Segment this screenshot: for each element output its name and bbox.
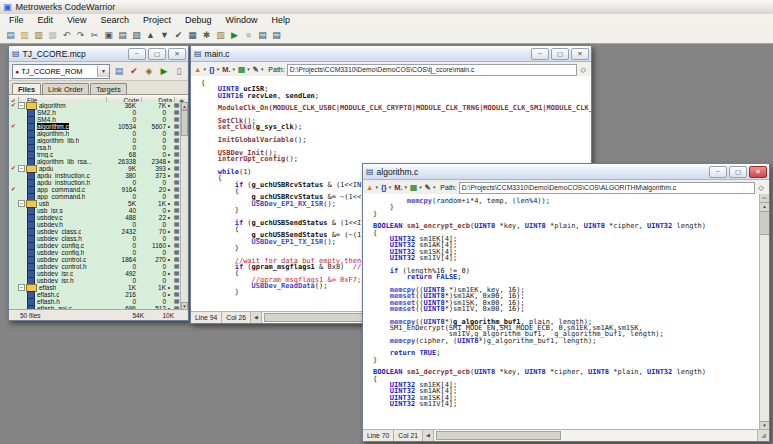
dropdown-chevron-icon[interactable]: ▼ (246, 67, 250, 72)
delete-icon[interactable]: ▧ (131, 29, 142, 41)
dropdown-chevron-icon[interactable]: ▼ (404, 185, 408, 190)
code-size: 10534 (104, 123, 136, 130)
menu-file[interactable]: File (2, 14, 31, 27)
tab-link-order[interactable]: Link Order (42, 83, 89, 94)
redo-icon[interactable]: ↷ (75, 29, 86, 41)
scroll-thumb[interactable] (760, 212, 769, 235)
disassemble-icon[interactable]: ▼ (159, 29, 170, 41)
project-toolbar-icons: ▤✔◈▶▯ (113, 66, 185, 76)
project-settings-icon[interactable]: ✱ (201, 29, 212, 41)
functions-icon[interactable]: M. (222, 65, 230, 75)
project-window-icon[interactable]: ▤ (257, 29, 268, 41)
functions-icon[interactable]: M. (394, 183, 402, 193)
make-icon[interactable]: ▦ (187, 29, 198, 41)
path-field[interactable]: D:\Projects\CCM3310\Demo\DemoCOS\COS\ALG… (459, 182, 755, 194)
hscroll-thumb[interactable] (436, 431, 561, 440)
app-icon: ▣ (3, 3, 12, 12)
algorithm-code-area[interactable]: memcpy(random+i*4, temp, (len%4)); }} BO… (363, 194, 760, 430)
tab-files[interactable]: Files (12, 83, 41, 94)
make-icon[interactable]: ◈ (143, 66, 155, 76)
document-icon[interactable]: ▤ (238, 65, 245, 75)
project-vscrollbar[interactable]: ▲ ▼ (180, 102, 188, 310)
run-icon[interactable]: ▶ (158, 66, 170, 76)
menu-help[interactable]: Help (264, 14, 297, 27)
open-recent-icon[interactable]: ▥ (33, 29, 44, 41)
data-size: 2348 (136, 158, 166, 165)
close-button[interactable]: ✕ (168, 48, 186, 60)
resize-grip-icon[interactable]: ◢ (757, 430, 769, 441)
writable-icon[interactable]: ✎ (425, 183, 431, 193)
compile-icon[interactable]: ▲ (145, 29, 156, 41)
dropdown-chevron-icon[interactable]: ▼ (260, 67, 264, 72)
tab-targets[interactable]: Targets (90, 83, 127, 94)
toolbar-group: {}▼ (381, 183, 392, 193)
quick-compile-icon[interactable]: ▲ (194, 65, 201, 75)
main-titlebar[interactable]: ▤ main.c − ▢ ✕ (191, 46, 591, 62)
main-doc-icon: ▤ (194, 50, 202, 58)
menu-view[interactable]: View (60, 14, 93, 27)
close-button[interactable]: ✕ (749, 166, 767, 178)
project-tabs: FilesLink OrderTargets (9, 81, 188, 95)
combo-dropdown-icon[interactable]: ▼ (97, 66, 109, 77)
new-file-icon[interactable]: ▤ (5, 29, 16, 41)
dropdown-chevron-icon[interactable]: ▼ (216, 67, 220, 72)
code-size: 1864 (104, 256, 136, 263)
path-field[interactable]: D:\Projects\CCM3310\Demo\DemoCOS\COS\tj_… (287, 64, 577, 76)
minimize-button[interactable]: − (709, 166, 727, 178)
maximize-button[interactable]: ▢ (551, 48, 569, 60)
scroll-up-icon[interactable]: ▲ (760, 203, 769, 212)
minimize-button[interactable]: − (128, 48, 146, 60)
algorithm-vscrollbar[interactable]: ▭ ▲ ▼ (759, 194, 769, 430)
code-size: 1K (104, 284, 136, 291)
maximize-button[interactable]: ▢ (148, 48, 166, 60)
writable-icon[interactable]: ✎ (253, 65, 259, 75)
dropdown-chevron-icon[interactable]: ▼ (232, 67, 236, 72)
data-size: 7K (136, 102, 166, 109)
toolbar-group: M.▼ (222, 65, 236, 75)
paste-icon[interactable]: ▤ (117, 29, 128, 41)
split-pane-icon[interactable]: ▭ (760, 194, 769, 203)
code-size: 380 (104, 172, 136, 179)
dropdown-chevron-icon[interactable]: ▼ (388, 185, 392, 190)
toolbar-group: ▲▼ (194, 65, 207, 75)
bring-up-to-date-icon[interactable]: ✔ (128, 66, 140, 76)
scroll-thumb[interactable] (181, 110, 188, 136)
dropdown-chevron-icon[interactable]: ▼ (374, 185, 378, 190)
copy-icon[interactable]: ▣ (103, 29, 114, 41)
open-file-icon[interactable]: ▥ (19, 29, 30, 41)
new-group-icon[interactable]: ▥ (215, 29, 226, 41)
document-icon[interactable]: ▤ (410, 183, 417, 193)
scroll-up-icon[interactable]: ▲ (181, 102, 188, 110)
cut-icon[interactable]: ✂ (89, 29, 100, 41)
close-button[interactable]: ✕ (571, 48, 589, 60)
menu-debug[interactable]: Debug (178, 14, 219, 27)
vcs-diamond-icon[interactable]: ◇ (581, 66, 586, 74)
undo-icon[interactable]: ↶ (61, 29, 72, 41)
braces-icon[interactable]: {} (381, 183, 387, 193)
menu-search[interactable]: Search (93, 14, 136, 27)
quick-compile-icon[interactable]: ▲ (366, 183, 373, 193)
debug-icon[interactable]: ▯ (173, 66, 185, 76)
dropdown-chevron-icon[interactable]: ▼ (418, 185, 422, 190)
dropdown-chevron-icon[interactable]: ▼ (202, 67, 206, 72)
bring-up-to-date-icon[interactable]: ✔ (173, 29, 184, 41)
menu-project[interactable]: Project (136, 14, 178, 27)
menu-window[interactable]: Window (218, 14, 264, 27)
code-size: 0 (104, 144, 136, 151)
scroll-left-icon[interactable]: ◀ (251, 312, 262, 323)
hscrollbar[interactable] (434, 430, 757, 441)
message-window-icon[interactable]: ▤ (271, 29, 282, 41)
synchronize-dates-icon[interactable]: ▤ (113, 66, 125, 76)
scroll-left-icon[interactable]: ◀ (423, 430, 434, 441)
algorithm-titlebar[interactable]: ▤ algorithm.c − ▢ ✕ (363, 164, 769, 180)
maximize-button[interactable]: ▢ (729, 166, 747, 178)
minimize-button[interactable]: − (531, 48, 549, 60)
braces-icon[interactable]: {} (209, 65, 215, 75)
target-combobox[interactable]: ● TJ_CCORE_ROM ▼ (12, 64, 110, 79)
menu-edit[interactable]: Edit (31, 14, 61, 27)
data-size: 393 (136, 165, 166, 172)
vcs-diamond-icon[interactable]: ◇ (759, 184, 764, 192)
dropdown-chevron-icon[interactable]: ▼ (432, 185, 436, 190)
project-titlebar[interactable]: ▤ TJ_CCORE.mcp − ▢ ✕ (9, 46, 188, 62)
run-icon[interactable]: ▶ (229, 29, 240, 41)
